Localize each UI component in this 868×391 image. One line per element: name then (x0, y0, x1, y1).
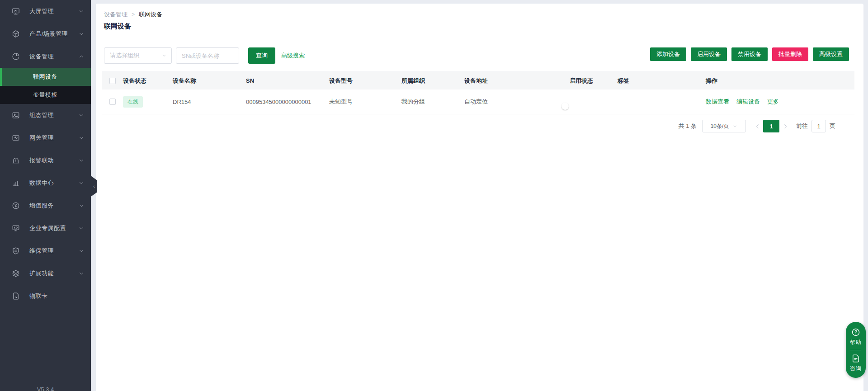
device-org-cell: 我的分组 (401, 98, 464, 106)
chevron-down-icon (78, 31, 85, 37)
chevron-down-icon (78, 225, 85, 231)
action-button-group: 添加设备 启用设备 禁用设备 批量删除 高级设置 (650, 47, 849, 61)
sidebar: 大屏管理 产品/场景管理 设备管理 联网设备 变量模板 组态管理 网关管理 (0, 0, 91, 391)
sidebar-item-maintenance-management[interactable]: 维保管理 (0, 240, 91, 262)
total-count-label: 共 1 条 (679, 122, 697, 130)
main-content: 设备管理 > 联网设备 联网设备 请选择组织 查询 高级搜索 添加设备 启用设备… (96, 4, 863, 391)
device-model-cell: 未知型号 (329, 98, 401, 106)
sidebar-item-label: 产品/场景管理 (29, 30, 78, 38)
value-service-icon (12, 202, 20, 210)
sidebar-item-gateway-management[interactable]: 网关管理 (0, 127, 91, 149)
sidebar-item-iot-card[interactable]: 物联卡 (0, 285, 91, 307)
chevron-down-icon (732, 124, 737, 129)
page-title: 联网设备 (104, 22, 131, 31)
data-view-link[interactable]: 数据查看 (706, 98, 729, 106)
query-button[interactable]: 查询 (248, 47, 275, 64)
page-number-button[interactable]: 1 (763, 120, 779, 132)
org-select[interactable]: 请选择组织 (104, 47, 172, 64)
sidebar-item-value-added-services[interactable]: 增值服务 (0, 194, 91, 217)
chevron-down-icon (78, 203, 85, 209)
alarm-icon (12, 156, 20, 165)
sidebar-item-data-center[interactable]: 数据中心 (0, 172, 91, 194)
sidebar-item-label: 数据中心 (29, 179, 78, 187)
sidebar-item-screen-management[interactable]: 大屏管理 (0, 0, 91, 23)
scada-icon (12, 111, 20, 119)
col-header-tag: 标签 (618, 77, 706, 85)
chevron-down-icon (78, 180, 85, 186)
select-all-checkbox[interactable] (109, 78, 116, 84)
sidebar-item-label: 设备管理 (29, 52, 78, 61)
sidebar-item-label: 物联卡 (29, 292, 85, 300)
enterprise-icon (12, 224, 20, 232)
sidebar-item-label: 维保管理 (29, 247, 78, 255)
col-header-org: 所属组织 (401, 77, 464, 85)
col-header-model: 设备型号 (329, 77, 401, 85)
col-header-status: 设备状态 (123, 77, 173, 85)
toggle-knob (561, 103, 569, 110)
iot-card-icon (12, 292, 20, 300)
breadcrumb-connected-devices: 联网设备 (139, 10, 162, 19)
sidebar-item-extension-functions[interactable]: 扩展功能 (0, 262, 91, 285)
col-header-enabled: 启用状态 (570, 77, 618, 85)
sidebar-subitem-variable-template[interactable]: 变量模板 (0, 86, 91, 104)
sidebar-item-label: 增值服务 (29, 202, 78, 210)
page-unit-label: 页 (830, 122, 835, 130)
version-label: V5.3.4 (0, 386, 91, 391)
prev-page-button[interactable] (752, 120, 763, 132)
row-checkbox[interactable] (109, 99, 116, 105)
page-size-value: 10条/页 (711, 122, 729, 130)
edit-device-link[interactable]: 编辑设备 (736, 98, 760, 106)
device-icon (12, 52, 20, 61)
disable-device-button[interactable]: 禁用设备 (731, 47, 768, 61)
chevron-down-icon (78, 270, 85, 277)
device-sn-cell: 00095345000000000001 (246, 99, 329, 105)
help-icon[interactable] (851, 328, 860, 337)
sidebar-item-product-management[interactable]: 产品/场景管理 (0, 23, 91, 45)
next-page-button[interactable] (780, 120, 791, 132)
search-input[interactable] (176, 47, 239, 64)
more-link[interactable]: 更多 (767, 98, 779, 106)
table-header-row: 设备状态 设备名称 SN 设备型号 所属组织 设备地址 启用状态 标签 操作 (102, 71, 854, 90)
status-badge: 在线 (123, 96, 143, 108)
sidebar-item-enterprise-config[interactable]: 企业专属配置 (0, 217, 91, 240)
sidebar-item-label: 大屏管理 (29, 7, 78, 15)
breadcrumb: 设备管理 > 联网设备 (104, 10, 162, 19)
breadcrumb-separator: > (132, 11, 135, 18)
title-divider (96, 36, 863, 36)
device-name-cell: DR154 (173, 99, 246, 105)
chevron-up-icon (78, 53, 85, 60)
advanced-search-link[interactable]: 高级搜索 (281, 52, 305, 60)
table-row: 在线 DR154 00095345000000000001 未知型号 我的分组 … (102, 90, 854, 114)
col-header-address: 设备地址 (464, 77, 570, 85)
sidebar-item-label: 企业专属配置 (29, 224, 78, 232)
advanced-settings-button[interactable]: 高级设置 (813, 47, 849, 61)
page-size-select[interactable]: 10条/页 (702, 120, 746, 132)
sidebar-item-alarm-linkage[interactable]: 报警联动 (0, 149, 91, 172)
chevron-down-icon (78, 135, 85, 141)
help-button[interactable]: 帮助 (850, 339, 862, 346)
next-page-icon (783, 123, 788, 129)
sidebar-subitem-connected-devices[interactable]: 联网设备 (0, 68, 91, 86)
extension-icon (12, 269, 20, 278)
chevron-down-icon (78, 248, 85, 254)
sidebar-item-device-management[interactable]: 设备管理 (0, 45, 91, 68)
chevron-down-icon (161, 53, 167, 58)
pill-divider (850, 350, 861, 350)
sidebar-item-label: 扩展功能 (29, 269, 78, 278)
consult-button[interactable]: 咨询 (850, 365, 862, 372)
batch-delete-button[interactable]: 批量删除 (772, 47, 808, 61)
prev-page-icon (755, 123, 760, 129)
product-icon (12, 30, 20, 38)
gateway-icon (12, 134, 20, 142)
enable-device-button[interactable]: 启用设备 (691, 47, 727, 61)
goto-page-input[interactable] (811, 120, 826, 132)
chevron-left-icon: ‹ (93, 184, 95, 189)
breadcrumb-device-management[interactable]: 设备管理 (104, 10, 127, 19)
consult-icon[interactable] (851, 354, 860, 363)
col-header-name: 设备名称 (173, 77, 246, 85)
add-device-button[interactable]: 添加设备 (650, 47, 686, 61)
goto-label: 前往 (796, 122, 808, 130)
sidebar-item-scada-management[interactable]: 组态管理 (0, 104, 91, 127)
sidebar-subitem-label: 变量模板 (33, 91, 57, 99)
sidebar-item-label: 网关管理 (29, 134, 78, 142)
